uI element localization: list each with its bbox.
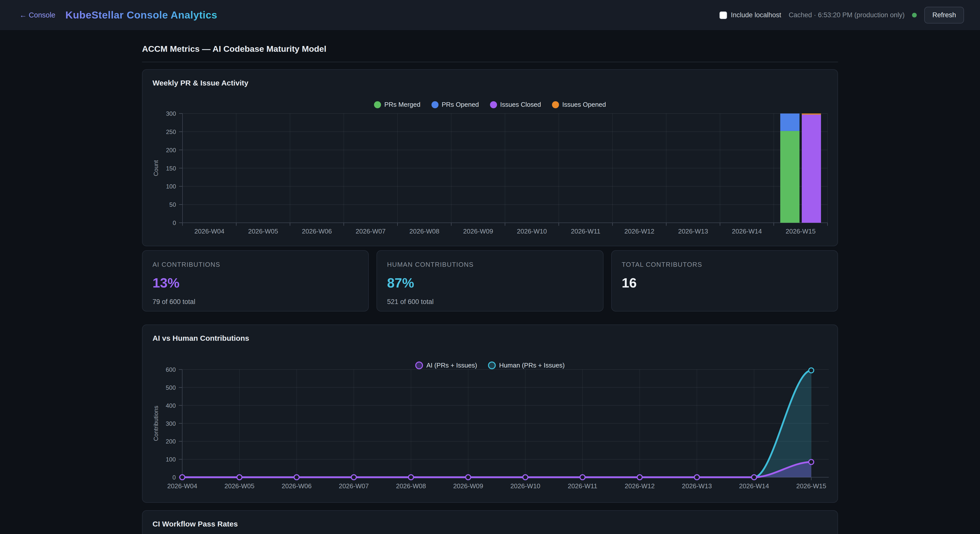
back-to-console-link[interactable]: ← Console	[19, 11, 55, 19]
svg-text:250: 250	[166, 129, 176, 135]
weekly-activity-legend: PRs MergedPRs OpenedIssues ClosedIssues …	[143, 101, 837, 108]
weekly-activity-chart: 050100150200250300Count2026-W042026-W052…	[143, 70, 838, 247]
svg-text:2026-W06: 2026-W06	[282, 482, 312, 490]
svg-text:2026-W11: 2026-W11	[571, 227, 600, 235]
ci-pass-rates-card: CI Workflow Pass Rates	[142, 510, 838, 534]
stat-label: HUMAN CONTRIBUTIONS	[387, 261, 593, 269]
svg-text:2026-W04: 2026-W04	[167, 482, 197, 490]
svg-text:0: 0	[173, 219, 176, 226]
svg-text:2026-W11: 2026-W11	[568, 482, 597, 490]
svg-text:2026-W08: 2026-W08	[409, 227, 439, 235]
legend-marker	[490, 101, 497, 108]
legend-item[interactable]: PRs Merged	[374, 101, 420, 108]
header-left: ← Console KubeStellar Console Analytics	[19, 9, 217, 21]
include-localhost-toggle[interactable]: Include localhost	[719, 11, 781, 19]
svg-text:2026-W15: 2026-W15	[786, 227, 816, 235]
legend-label: Issues Closed	[500, 101, 541, 108]
app-title: KubeStellar Console Analytics	[65, 9, 217, 21]
legend-item[interactable]: AI (PRs + Issues)	[415, 361, 477, 369]
legend-item[interactable]: Human (PRs + Issues)	[488, 361, 565, 369]
svg-text:2026-W05: 2026-W05	[248, 227, 278, 235]
stat-card-total-contributors: TOTAL CONTRIBUTORS 16	[611, 250, 838, 312]
include-localhost-checkbox[interactable]	[719, 11, 727, 19]
ci-pass-rates-title: CI Workflow Pass Rates	[153, 520, 238, 528]
svg-text:200: 200	[166, 147, 176, 154]
svg-text:2026-W09: 2026-W09	[453, 482, 483, 490]
legend-marker	[431, 101, 439, 108]
svg-text:2026-W07: 2026-W07	[356, 227, 386, 235]
legend-marker	[552, 101, 559, 108]
svg-text:500: 500	[166, 384, 176, 391]
svg-text:Contributions: Contributions	[153, 406, 159, 441]
svg-text:2026-W07: 2026-W07	[339, 482, 369, 490]
section-divider	[142, 62, 838, 62]
svg-text:2026-W05: 2026-W05	[224, 482, 255, 490]
app-header: ← Console KubeStellar Console Analytics …	[0, 0, 980, 30]
svg-text:50: 50	[169, 201, 176, 208]
main-content: ACCM Metrics — AI Codebase Maturity Mode…	[142, 30, 838, 534]
stat-subtext: 79 of 600 total	[153, 298, 358, 306]
legend-item[interactable]: Issues Opened	[552, 101, 606, 108]
ai-vs-human-chart: 0100200300400500600Contributions2026-W04…	[143, 325, 838, 503]
legend-label: Issues Opened	[562, 101, 606, 108]
svg-text:2026-W13: 2026-W13	[682, 482, 712, 490]
svg-text:2026-W14: 2026-W14	[732, 227, 762, 235]
stat-value: 87%	[387, 275, 593, 291]
ai-vs-human-card: AI vs Human Contributions AI (PRs + Issu…	[142, 324, 838, 503]
legend-label: Human (PRs + Issues)	[499, 361, 565, 369]
svg-text:2026-W08: 2026-W08	[396, 482, 426, 490]
header-right: Include localhost Cached · 6:53:20 PM (p…	[719, 7, 964, 24]
legend-item[interactable]: Issues Closed	[490, 101, 541, 108]
svg-text:2026-W14: 2026-W14	[739, 482, 769, 490]
stat-card-ai-contributions: AI CONTRIBUTIONS 13% 79 of 600 total	[142, 250, 369, 312]
svg-text:Count: Count	[153, 160, 159, 176]
svg-text:0: 0	[172, 474, 176, 481]
legend-label: PRs Opened	[442, 101, 479, 108]
svg-text:400: 400	[166, 402, 176, 409]
svg-text:100: 100	[166, 183, 176, 190]
svg-text:2026-W12: 2026-W12	[625, 227, 654, 235]
stat-subtext: 521 of 600 total	[387, 298, 593, 306]
stat-label: TOTAL CONTRIBUTORS	[622, 261, 827, 269]
legend-label: AI (PRs + Issues)	[426, 361, 477, 369]
svg-text:300: 300	[166, 420, 176, 427]
stat-card-human-contributions: HUMAN CONTRIBUTIONS 87% 521 of 600 total	[377, 250, 603, 312]
svg-text:2026-W09: 2026-W09	[463, 227, 493, 235]
svg-text:2026-W06: 2026-W06	[302, 227, 332, 235]
stat-value: 16	[622, 275, 827, 291]
legend-marker	[374, 101, 381, 108]
stats-row: AI CONTRIBUTIONS 13% 79 of 600 total HUM…	[142, 250, 838, 312]
svg-text:2026-W15: 2026-W15	[796, 482, 826, 490]
weekly-activity-card: Weekly PR & Issue Activity PRs MergedPRs…	[142, 69, 838, 246]
svg-text:2026-W12: 2026-W12	[625, 482, 655, 490]
svg-text:2026-W10: 2026-W10	[517, 227, 547, 235]
legend-marker	[415, 361, 423, 369]
legend-label: PRs Merged	[384, 101, 420, 108]
svg-text:300: 300	[166, 110, 176, 117]
cache-status-text: Cached · 6:53:20 PM (production only)	[789, 11, 905, 19]
status-dot	[912, 13, 917, 17]
svg-text:150: 150	[166, 165, 176, 172]
svg-text:100: 100	[166, 456, 176, 463]
section-title: ACCM Metrics — AI Codebase Maturity Mode…	[142, 44, 838, 54]
refresh-button[interactable]: Refresh	[924, 7, 964, 24]
svg-text:2026-W10: 2026-W10	[510, 482, 540, 490]
legend-item[interactable]: PRs Opened	[431, 101, 479, 108]
stat-subtext	[622, 298, 827, 305]
svg-text:2026-W13: 2026-W13	[678, 227, 708, 235]
stat-label: AI CONTRIBUTIONS	[153, 261, 358, 269]
stat-value: 13%	[153, 275, 358, 291]
include-localhost-label: Include localhost	[731, 11, 781, 19]
svg-text:2026-W04: 2026-W04	[194, 227, 224, 235]
ai-vs-human-legend: AI (PRs + Issues)Human (PRs + Issues)	[143, 361, 837, 369]
svg-text:200: 200	[166, 438, 176, 445]
legend-marker	[488, 361, 496, 369]
